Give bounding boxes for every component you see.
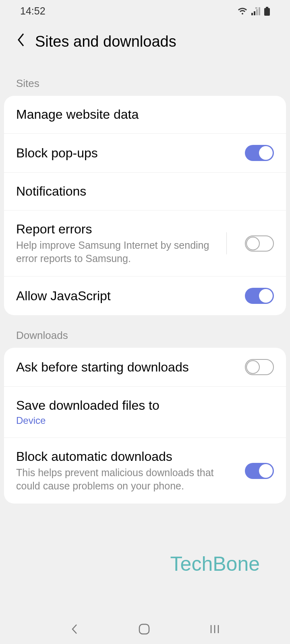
svg-rect-1 <box>254 11 255 15</box>
status-icons: R <box>238 7 270 16</box>
status-time: 14:52 <box>20 5 46 17</box>
wifi-icon <box>238 7 247 15</box>
allow-javascript-label: Allow JavaScript <box>16 289 237 303</box>
ask-before-downloads-toggle[interactable] <box>245 359 274 375</box>
report-errors-toggle[interactable] <box>245 235 274 252</box>
svg-text:R: R <box>255 7 257 9</box>
svg-rect-5 <box>266 7 268 8</box>
svg-rect-2 <box>256 9 258 15</box>
manage-website-data-row[interactable]: Manage website data <box>4 96 286 134</box>
nav-home-button[interactable] <box>138 623 150 637</box>
notifications-label: Notifications <box>16 184 274 199</box>
svg-rect-7 <box>139 624 149 634</box>
watermark: TechBone <box>170 552 260 576</box>
header: Sites and downloads <box>0 22 290 63</box>
report-errors-subtitle: Help improve Samsung Internet by sending… <box>16 239 220 265</box>
status-bar: 14:52 R <box>0 0 290 22</box>
ask-before-downloads-label: Ask before starting downloads <box>16 360 237 375</box>
block-popups-toggle[interactable] <box>245 145 274 161</box>
ask-before-downloads-row[interactable]: Ask before starting downloads <box>4 348 286 387</box>
block-automatic-downloads-subtitle: This helps prevent malicious downloads t… <box>16 466 237 492</box>
nav-recent-icon <box>209 623 221 635</box>
notifications-row[interactable]: Notifications <box>4 173 286 211</box>
save-downloaded-files-row[interactable]: Save downloaded files to Device <box>4 387 286 438</box>
report-errors-label: Report errors <box>16 222 220 237</box>
report-errors-row[interactable]: Report errors Help improve Samsung Inter… <box>4 211 286 277</box>
nav-back-icon <box>69 623 80 635</box>
section-downloads-label: Downloads <box>0 315 290 348</box>
svg-rect-3 <box>259 7 260 15</box>
block-popups-row[interactable]: Block pop-ups <box>4 134 286 173</box>
block-automatic-downloads-toggle[interactable] <box>245 463 274 479</box>
block-automatic-downloads-row[interactable]: Block automatic downloads This helps pre… <box>4 438 286 504</box>
back-button[interactable] <box>16 32 25 51</box>
battery-icon <box>264 7 270 16</box>
section-sites-label: Sites <box>0 63 290 96</box>
nav-back-button[interactable] <box>69 623 80 637</box>
nav-home-icon <box>138 623 150 635</box>
downloads-card: Ask before starting downloads Save downl… <box>4 348 286 504</box>
save-downloaded-files-value: Device <box>16 415 274 426</box>
block-automatic-downloads-label: Block automatic downloads <box>16 449 237 464</box>
divider <box>226 232 227 254</box>
sites-card: Manage website data Block pop-ups Notifi… <box>4 96 286 315</box>
page-title: Sites and downloads <box>35 33 176 50</box>
save-downloaded-files-label: Save downloaded files to <box>16 398 274 413</box>
signal-icon: R <box>251 7 260 15</box>
allow-javascript-row[interactable]: Allow JavaScript <box>4 277 286 315</box>
block-popups-label: Block pop-ups <box>16 146 237 161</box>
navigation-bar <box>0 616 290 644</box>
svg-rect-6 <box>264 8 270 16</box>
manage-website-data-label: Manage website data <box>16 107 274 122</box>
nav-recent-button[interactable] <box>209 623 221 637</box>
chevron-left-icon <box>16 32 25 47</box>
svg-rect-0 <box>251 13 253 15</box>
allow-javascript-toggle[interactable] <box>245 288 274 304</box>
